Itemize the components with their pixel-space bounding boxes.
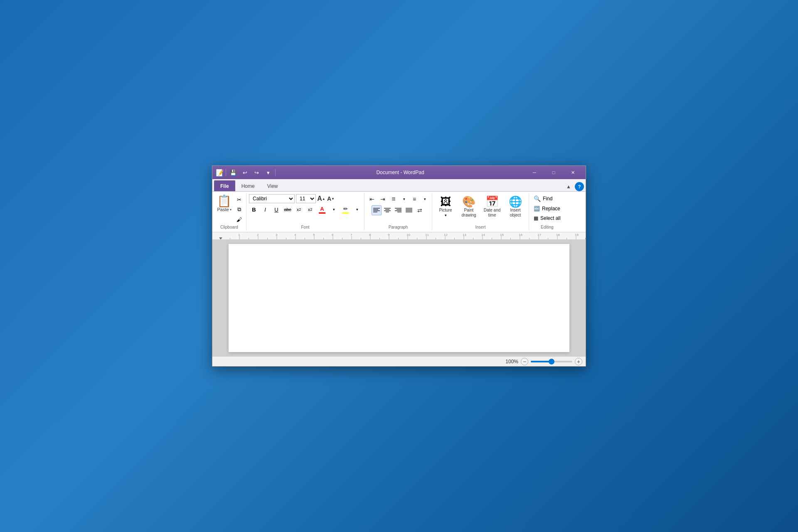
help-button[interactable]: ?	[575, 182, 584, 191]
rtl-button[interactable]: ⇄	[415, 205, 425, 215]
titlebar-divider2	[275, 169, 276, 176]
ribbon-tabs: File Home View ▲ ?	[212, 179, 586, 192]
maximize-button[interactable]: □	[544, 166, 563, 179]
date-time-label: Date andtime	[484, 208, 501, 218]
paragraph-content: ⇤ ⇥ ≡ ▾ ≡ ▾	[367, 194, 429, 224]
replace-icon: 🔤	[534, 206, 540, 212]
clipboard-side-buttons: ✂ ⧉ 🖌	[234, 195, 244, 224]
align-right-button[interactable]	[393, 205, 403, 215]
zoom-out-button[interactable]: −	[521, 358, 528, 365]
find-button[interactable]: 🔍 Find	[532, 194, 563, 203]
zoom-in-button[interactable]: +	[575, 358, 582, 365]
tab-home[interactable]: Home	[235, 180, 261, 191]
font-grow-button[interactable]: A▲	[317, 195, 325, 203]
zoom-slider-thumb[interactable]	[549, 359, 554, 365]
paint-drawing-button[interactable]: 🎨 Paintdrawing	[458, 194, 480, 219]
paragraph-group: ⇤ ⇥ ≡ ▾ ≡ ▾	[365, 193, 432, 230]
insert-content: 🖼 Picture ▾ 🎨 Paintdrawing 📅 Date andtim…	[435, 194, 526, 224]
ribbon-toolbar: 📋 Paste ▾ ✂ ⧉ 🖌 Clipboard C	[212, 192, 586, 232]
zoom-level: 100%	[505, 359, 518, 365]
minimize-button[interactable]: ─	[525, 166, 544, 179]
font-color-bar	[319, 212, 325, 214]
bullets-dropdown[interactable]: ▾	[399, 195, 409, 204]
ribbon-collapse-button[interactable]: ▲	[564, 182, 573, 191]
subscript-button[interactable]: x2	[294, 204, 304, 214]
date-time-icon: 📅	[485, 196, 499, 207]
align-left-button[interactable]	[372, 205, 382, 215]
picture-label: Picture	[439, 208, 452, 213]
insert-object-icon: 🌐	[509, 196, 522, 207]
font-row-2: B I U abc x2 x2 A ▾ ✏ ▾	[249, 204, 362, 214]
app-icon: 📝	[216, 169, 223, 176]
underline-button[interactable]: U	[271, 204, 281, 214]
redo-button[interactable]: ↪	[252, 168, 261, 177]
tab-file[interactable]: File	[214, 180, 235, 191]
superscript-button[interactable]: x2	[305, 204, 315, 214]
bullets-button[interactable]: ≡	[389, 194, 399, 204]
line-spacing-dropdown[interactable]: ▾	[420, 195, 429, 204]
copy-button[interactable]: ⧉	[234, 205, 244, 214]
replace-button[interactable]: 🔤 Replace	[532, 204, 563, 213]
font-size-selector[interactable]: 11	[296, 194, 316, 203]
document-area	[212, 240, 586, 356]
format-painter-button[interactable]: 🖌	[234, 215, 244, 224]
find-label: Find	[543, 196, 552, 202]
document-page[interactable]	[229, 244, 569, 352]
picture-dropdown[interactable]: ▾	[444, 213, 447, 218]
paste-label: Paste	[217, 207, 229, 212]
picture-icon: 🖼	[440, 196, 451, 207]
align-center-button[interactable]	[382, 205, 392, 215]
highlight-button[interactable]: ✏	[340, 204, 351, 214]
qat-dropdown-button[interactable]: ▾	[264, 168, 273, 177]
paint-icon: 🎨	[462, 196, 475, 207]
clipboard-group: 📋 Paste ▾ ✂ ⧉ 🖌 Clipboard	[212, 193, 246, 230]
clipboard-label: Clipboard	[215, 225, 244, 229]
font-label: Font	[249, 225, 362, 229]
font-color-button[interactable]: A	[316, 204, 328, 214]
font-name-selector[interactable]: Calibri	[249, 194, 295, 203]
insert-group: 🖼 Picture ▾ 🎨 Paintdrawing 📅 Date andtim…	[432, 193, 529, 230]
increase-indent-button[interactable]: ⇥	[378, 194, 388, 204]
highlight-dropdown[interactable]: ▾	[352, 205, 362, 214]
paragraph-label: Paragraph	[367, 225, 429, 229]
justify-button[interactable]	[404, 205, 414, 215]
title-bar: 📝 💾 ↩ ↪ ▾ Document - WordPad ─ □ ✕	[212, 166, 586, 179]
insert-label: Insert	[435, 225, 526, 229]
justify-icon	[406, 207, 412, 213]
strikethrough-button[interactable]: abc	[283, 204, 293, 214]
align-left-icon	[373, 207, 380, 213]
zoom-controls: 100% − +	[505, 358, 582, 365]
save-qat-button[interactable]: 💾	[229, 168, 238, 177]
highlight-icon: ✏	[343, 206, 348, 212]
paste-icon: 📋	[217, 195, 232, 207]
close-button[interactable]: ✕	[563, 166, 582, 179]
paste-button[interactable]: 📋 Paste ▾	[215, 194, 234, 213]
font-content: Calibri 11 A▲ A▼ B I U abc x2 x2 A	[249, 194, 362, 224]
font-group: Calibri 11 A▲ A▼ B I U abc x2 x2 A	[246, 193, 365, 230]
highlight-color-bar	[342, 212, 349, 214]
find-icon: 🔍	[534, 195, 541, 202]
insert-object-button[interactable]: 🌐 Insertobject	[505, 194, 526, 219]
date-time-button[interactable]: 📅 Date andtime	[481, 194, 503, 219]
decrease-indent-button[interactable]: ⇤	[367, 194, 377, 204]
zoom-slider-track[interactable]	[531, 361, 572, 362]
ribbon-help-area: ▲ ?	[564, 182, 584, 191]
font-row-1: Calibri 11 A▲ A▼	[249, 194, 335, 203]
font-color-dropdown[interactable]: ▾	[329, 205, 338, 214]
line-spacing-button[interactable]: ≡	[409, 194, 419, 204]
clipboard-content: 📋 Paste ▾ ✂ ⧉ 🖌	[215, 194, 244, 224]
window-controls: ─ □ ✕	[525, 166, 582, 179]
font-shrink-button[interactable]: A▼	[327, 195, 335, 203]
cut-button[interactable]: ✂	[234, 195, 244, 204]
picture-button[interactable]: 🖼 Picture ▾	[435, 194, 456, 219]
tab-view[interactable]: View	[261, 180, 284, 191]
editing-group: 🔍 Find 🔤 Replace ▦ Select all Editing	[529, 193, 565, 230]
bold-button[interactable]: B	[249, 204, 259, 214]
undo-button[interactable]: ↩	[240, 168, 249, 177]
select-all-button[interactable]: ▦ Select all	[532, 214, 563, 222]
para-row-2: ⇄	[372, 205, 425, 215]
insert-object-label: Insertobject	[510, 208, 521, 218]
status-bar: 100% − +	[212, 356, 586, 366]
editing-label: Editing	[532, 225, 563, 229]
italic-button[interactable]: I	[260, 204, 270, 214]
